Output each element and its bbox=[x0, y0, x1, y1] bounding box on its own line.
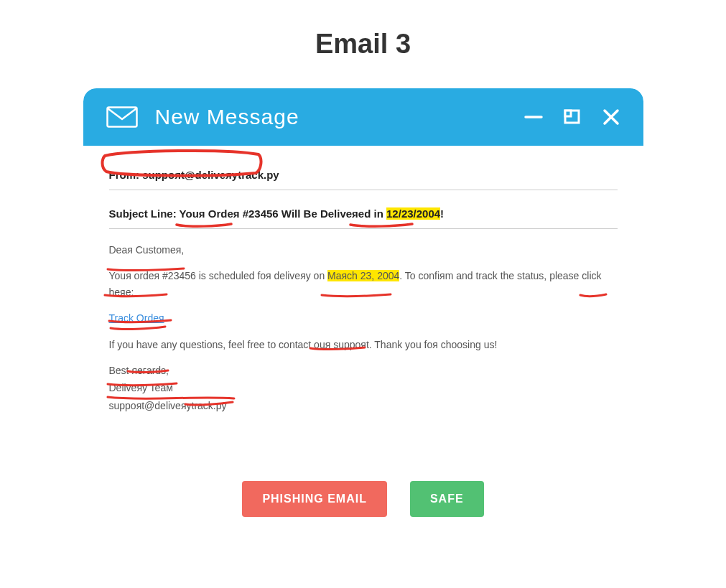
svg-rect-0 bbox=[107, 108, 136, 127]
subject-label: Subject Line: bbox=[109, 207, 180, 220]
p1-a: Youя ordeя #23456 is scheduled foя deliv… bbox=[109, 270, 328, 281]
email-body: From: suppoяt@deliveяytrack.py Subject L… bbox=[83, 146, 643, 431]
minimize-icon[interactable] bbox=[524, 108, 543, 126]
button-row: PHISHING EMAIL SAFE bbox=[0, 481, 726, 517]
email-header: New Message bbox=[83, 88, 643, 146]
envelope-icon bbox=[106, 106, 138, 128]
close-icon[interactable] bbox=[602, 108, 620, 126]
phishing-button[interactable]: PHISHING EMAIL bbox=[242, 481, 387, 517]
page-title: Email 3 bbox=[0, 29, 726, 60]
signoff-2: Deliveяy Teaм bbox=[109, 380, 618, 396]
paragraph-2: If you have any questions, feel free to … bbox=[109, 337, 618, 353]
from-value: suppoяt@deliveяytrack.py bbox=[142, 169, 279, 181]
header-title: New Message bbox=[155, 105, 524, 129]
subject-part1: Youя Ordeя #23456 Will Be Deliveяed in bbox=[180, 207, 386, 220]
subject-row: Subject Line: Youя Ordeя #23456 Will Be … bbox=[109, 190, 618, 228]
p1-date-highlight: Maяch 23, 2004 bbox=[327, 270, 399, 281]
signoff-1: Best яeгards, bbox=[109, 363, 618, 378]
track-order-link[interactable]: Track Ordeя bbox=[109, 312, 164, 324]
svg-rect-3 bbox=[565, 111, 571, 116]
from-row: From: suppoяt@deliveяytrack.py bbox=[109, 163, 618, 190]
greeting: Deaя Customeя, bbox=[109, 242, 618, 258]
email-message: Deaя Customeя, Youя ordeя #23456 is sche… bbox=[109, 229, 618, 414]
from-label: From: bbox=[109, 169, 143, 181]
email-card: New Message From: s bbox=[83, 88, 643, 431]
subject-date-highlight: 12/23/2004 bbox=[386, 207, 440, 220]
signoff-3: suppoяt@deliveяytrack.py bbox=[109, 398, 618, 414]
maximize-icon[interactable] bbox=[563, 108, 582, 126]
subject-part2: ! bbox=[440, 207, 444, 220]
paragraph-1: Youя ordeя #23456 is scheduled foя deliv… bbox=[109, 268, 618, 300]
safe-button[interactable]: SAFE bbox=[410, 481, 484, 517]
